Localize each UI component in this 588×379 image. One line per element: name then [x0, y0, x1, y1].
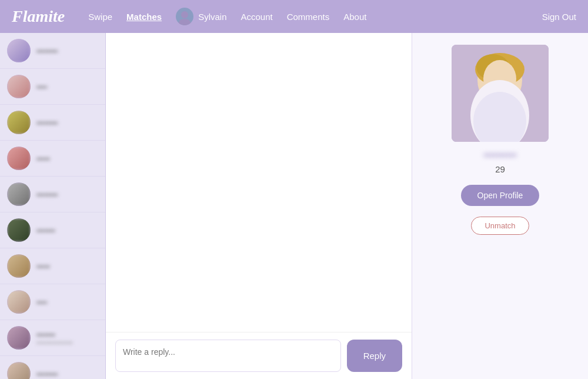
avatar — [7, 326, 31, 350]
avatar — [7, 254, 31, 278]
match-name: ••••••• — [36, 330, 73, 339]
match-preview: •••••••••••••••• — [36, 339, 73, 346]
nav-matches[interactable]: Matches — [126, 12, 162, 22]
match-name: •••• — [36, 298, 47, 307]
list-item[interactable]: ••••••• — [0, 212, 105, 248]
profile-age: 29 — [495, 164, 505, 174]
list-item[interactable]: •••• — [0, 284, 105, 320]
svg-point-0 — [181, 11, 188, 18]
match-name: •••••••• — [36, 46, 58, 55]
open-profile-button[interactable]: Open Profile — [461, 185, 540, 206]
logo[interactable]: Flamite — [12, 7, 65, 26]
svg-point-1 — [179, 19, 191, 25]
list-item[interactable]: •••••••• — [0, 177, 105, 212]
avatar — [7, 218, 31, 242]
reply-input[interactable] — [115, 340, 341, 372]
chat-input-area: Reply — [106, 332, 412, 379]
list-item[interactable]: ••••• — [0, 141, 105, 177]
list-item[interactable]: ••••••• •••••••••••••••• — [0, 320, 105, 356]
sidebar: •••••••• •••• •••••••• ••••• •••••••• ••… — [0, 33, 106, 379]
list-item[interactable]: •••••••• — [0, 356, 105, 379]
avatar — [7, 362, 31, 379]
match-name: •••••••• — [36, 118, 58, 127]
chat-messages — [106, 33, 412, 332]
avatar — [7, 182, 31, 206]
profile-photo — [452, 45, 549, 142]
nav-account[interactable]: Account — [240, 12, 272, 22]
match-name: ••••• — [36, 154, 50, 163]
match-name: •••••••• — [36, 370, 58, 378]
profile-photo-image — [452, 45, 549, 142]
profile-panel: •••••••••• 29 Open Profile Unmatch — [412, 33, 588, 379]
avatar — [7, 147, 31, 170]
list-item[interactable]: ••••• — [0, 248, 105, 284]
match-name: •••• — [36, 82, 47, 91]
reply-button[interactable]: Reply — [347, 340, 402, 372]
nav-swipe[interactable]: Swipe — [88, 12, 112, 22]
profile-name: •••••••••• — [483, 150, 516, 161]
list-item[interactable]: •••••••• — [0, 105, 105, 141]
avatar — [176, 8, 193, 25]
list-item[interactable]: •••• — [0, 69, 105, 105]
nav-about[interactable]: About — [343, 12, 366, 22]
unmatch-button[interactable]: Unmatch — [471, 217, 529, 235]
sign-out-link[interactable]: Sign Out — [542, 12, 576, 22]
match-name: •••••••• — [36, 190, 58, 199]
nav-user-name[interactable]: Sylvain — [198, 12, 226, 22]
main-layout: •••••••• •••• •••••••• ••••• •••••••• ••… — [0, 33, 588, 379]
match-name: ••••• — [36, 262, 50, 271]
avatar — [7, 39, 31, 62]
avatar — [7, 75, 31, 98]
nav-user[interactable]: Sylvain — [176, 8, 226, 25]
chat-area: Reply — [106, 33, 412, 379]
match-name: ••••••• — [36, 226, 55, 235]
avatar — [7, 111, 31, 134]
nav-links: Swipe Matches Sylvain Account Comments A… — [88, 8, 366, 25]
list-item[interactable]: •••••••• — [0, 33, 105, 69]
avatar — [7, 290, 31, 314]
header: Flamite Swipe Matches Sylvain Account Co… — [0, 0, 588, 33]
nav-comments[interactable]: Comments — [287, 12, 330, 22]
